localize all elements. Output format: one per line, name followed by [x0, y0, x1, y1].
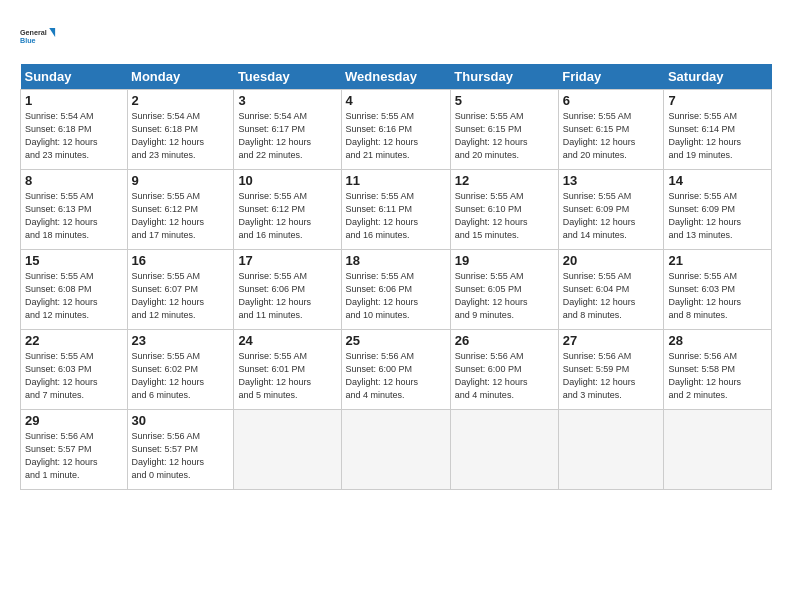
week-row-2: 8Sunrise: 5:55 AM Sunset: 6:13 PM Daylig… — [21, 170, 772, 250]
day-info: Sunrise: 5:55 AM Sunset: 6:06 PM Dayligh… — [238, 270, 336, 322]
day-info: Sunrise: 5:55 AM Sunset: 6:16 PM Dayligh… — [346, 110, 446, 162]
day-cell: 24Sunrise: 5:55 AM Sunset: 6:01 PM Dayli… — [234, 330, 341, 410]
header: GeneralBlue — [20, 18, 772, 54]
day-cell: 25Sunrise: 5:56 AM Sunset: 6:00 PM Dayli… — [341, 330, 450, 410]
day-info: Sunrise: 5:55 AM Sunset: 6:14 PM Dayligh… — [668, 110, 767, 162]
day-number: 1 — [25, 93, 123, 108]
day-cell: 19Sunrise: 5:55 AM Sunset: 6:05 PM Dayli… — [450, 250, 558, 330]
weekday-header-thursday: Thursday — [450, 64, 558, 90]
day-info: Sunrise: 5:56 AM Sunset: 5:57 PM Dayligh… — [132, 430, 230, 482]
day-number: 6 — [563, 93, 660, 108]
day-info: Sunrise: 5:56 AM Sunset: 5:58 PM Dayligh… — [668, 350, 767, 402]
weekday-header-saturday: Saturday — [664, 64, 772, 90]
day-cell: 29Sunrise: 5:56 AM Sunset: 5:57 PM Dayli… — [21, 410, 128, 490]
day-info: Sunrise: 5:55 AM Sunset: 6:09 PM Dayligh… — [563, 190, 660, 242]
day-cell: 21Sunrise: 5:55 AM Sunset: 6:03 PM Dayli… — [664, 250, 772, 330]
day-number: 7 — [668, 93, 767, 108]
day-cell — [664, 410, 772, 490]
day-number: 27 — [563, 333, 660, 348]
day-cell: 9Sunrise: 5:55 AM Sunset: 6:12 PM Daylig… — [127, 170, 234, 250]
day-info: Sunrise: 5:55 AM Sunset: 6:11 PM Dayligh… — [346, 190, 446, 242]
day-info: Sunrise: 5:55 AM Sunset: 6:07 PM Dayligh… — [132, 270, 230, 322]
day-cell: 22Sunrise: 5:55 AM Sunset: 6:03 PM Dayli… — [21, 330, 128, 410]
day-cell: 23Sunrise: 5:55 AM Sunset: 6:02 PM Dayli… — [127, 330, 234, 410]
day-number: 9 — [132, 173, 230, 188]
day-cell: 30Sunrise: 5:56 AM Sunset: 5:57 PM Dayli… — [127, 410, 234, 490]
day-cell: 11Sunrise: 5:55 AM Sunset: 6:11 PM Dayli… — [341, 170, 450, 250]
day-info: Sunrise: 5:55 AM Sunset: 6:15 PM Dayligh… — [563, 110, 660, 162]
svg-marker-2 — [49, 28, 55, 37]
week-row-5: 29Sunrise: 5:56 AM Sunset: 5:57 PM Dayli… — [21, 410, 772, 490]
day-number: 30 — [132, 413, 230, 428]
day-cell: 17Sunrise: 5:55 AM Sunset: 6:06 PM Dayli… — [234, 250, 341, 330]
day-info: Sunrise: 5:56 AM Sunset: 5:57 PM Dayligh… — [25, 430, 123, 482]
day-cell: 8Sunrise: 5:55 AM Sunset: 6:13 PM Daylig… — [21, 170, 128, 250]
week-row-1: 1Sunrise: 5:54 AM Sunset: 6:18 PM Daylig… — [21, 90, 772, 170]
day-cell: 2Sunrise: 5:54 AM Sunset: 6:18 PM Daylig… — [127, 90, 234, 170]
day-number: 21 — [668, 253, 767, 268]
weekday-row: SundayMondayTuesdayWednesdayThursdayFrid… — [21, 64, 772, 90]
day-info: Sunrise: 5:54 AM Sunset: 6:18 PM Dayligh… — [25, 110, 123, 162]
day-number: 11 — [346, 173, 446, 188]
day-info: Sunrise: 5:56 AM Sunset: 6:00 PM Dayligh… — [455, 350, 554, 402]
day-cell: 20Sunrise: 5:55 AM Sunset: 6:04 PM Dayli… — [558, 250, 664, 330]
day-info: Sunrise: 5:55 AM Sunset: 6:04 PM Dayligh… — [563, 270, 660, 322]
day-info: Sunrise: 5:55 AM Sunset: 6:03 PM Dayligh… — [668, 270, 767, 322]
calendar-header: SundayMondayTuesdayWednesdayThursdayFrid… — [21, 64, 772, 90]
day-cell: 15Sunrise: 5:55 AM Sunset: 6:08 PM Dayli… — [21, 250, 128, 330]
day-number: 8 — [25, 173, 123, 188]
day-info: Sunrise: 5:56 AM Sunset: 5:59 PM Dayligh… — [563, 350, 660, 402]
day-number: 2 — [132, 93, 230, 108]
day-cell: 5Sunrise: 5:55 AM Sunset: 6:15 PM Daylig… — [450, 90, 558, 170]
calendar-table: SundayMondayTuesdayWednesdayThursdayFrid… — [20, 64, 772, 490]
day-info: Sunrise: 5:55 AM Sunset: 6:02 PM Dayligh… — [132, 350, 230, 402]
day-info: Sunrise: 5:55 AM Sunset: 6:12 PM Dayligh… — [132, 190, 230, 242]
day-cell — [234, 410, 341, 490]
week-row-3: 15Sunrise: 5:55 AM Sunset: 6:08 PM Dayli… — [21, 250, 772, 330]
day-info: Sunrise: 5:55 AM Sunset: 6:03 PM Dayligh… — [25, 350, 123, 402]
weekday-header-tuesday: Tuesday — [234, 64, 341, 90]
day-number: 20 — [563, 253, 660, 268]
day-number: 26 — [455, 333, 554, 348]
day-info: Sunrise: 5:55 AM Sunset: 6:08 PM Dayligh… — [25, 270, 123, 322]
day-cell: 6Sunrise: 5:55 AM Sunset: 6:15 PM Daylig… — [558, 90, 664, 170]
day-number: 14 — [668, 173, 767, 188]
weekday-header-wednesday: Wednesday — [341, 64, 450, 90]
day-info: Sunrise: 5:55 AM Sunset: 6:05 PM Dayligh… — [455, 270, 554, 322]
day-cell: 1Sunrise: 5:54 AM Sunset: 6:18 PM Daylig… — [21, 90, 128, 170]
day-cell: 27Sunrise: 5:56 AM Sunset: 5:59 PM Dayli… — [558, 330, 664, 410]
day-cell — [450, 410, 558, 490]
day-cell: 28Sunrise: 5:56 AM Sunset: 5:58 PM Dayli… — [664, 330, 772, 410]
day-number: 16 — [132, 253, 230, 268]
day-info: Sunrise: 5:55 AM Sunset: 6:12 PM Dayligh… — [238, 190, 336, 242]
day-info: Sunrise: 5:54 AM Sunset: 6:17 PM Dayligh… — [238, 110, 336, 162]
day-info: Sunrise: 5:56 AM Sunset: 6:00 PM Dayligh… — [346, 350, 446, 402]
day-cell: 13Sunrise: 5:55 AM Sunset: 6:09 PM Dayli… — [558, 170, 664, 250]
day-cell — [341, 410, 450, 490]
day-number: 25 — [346, 333, 446, 348]
day-cell: 18Sunrise: 5:55 AM Sunset: 6:06 PM Dayli… — [341, 250, 450, 330]
day-number: 23 — [132, 333, 230, 348]
day-info: Sunrise: 5:55 AM Sunset: 6:15 PM Dayligh… — [455, 110, 554, 162]
weekday-header-friday: Friday — [558, 64, 664, 90]
day-number: 5 — [455, 93, 554, 108]
day-cell: 14Sunrise: 5:55 AM Sunset: 6:09 PM Dayli… — [664, 170, 772, 250]
day-number: 18 — [346, 253, 446, 268]
calendar-body: 1Sunrise: 5:54 AM Sunset: 6:18 PM Daylig… — [21, 90, 772, 490]
weekday-header-sunday: Sunday — [21, 64, 128, 90]
day-info: Sunrise: 5:55 AM Sunset: 6:06 PM Dayligh… — [346, 270, 446, 322]
day-info: Sunrise: 5:55 AM Sunset: 6:01 PM Dayligh… — [238, 350, 336, 402]
logo-icon: GeneralBlue — [20, 18, 56, 54]
page: GeneralBlue SundayMondayTuesdayWednesday… — [0, 0, 792, 500]
day-cell: 10Sunrise: 5:55 AM Sunset: 6:12 PM Dayli… — [234, 170, 341, 250]
day-number: 22 — [25, 333, 123, 348]
day-number: 4 — [346, 93, 446, 108]
day-cell: 16Sunrise: 5:55 AM Sunset: 6:07 PM Dayli… — [127, 250, 234, 330]
week-row-4: 22Sunrise: 5:55 AM Sunset: 6:03 PM Dayli… — [21, 330, 772, 410]
svg-text:General: General — [20, 28, 47, 37]
weekday-header-monday: Monday — [127, 64, 234, 90]
day-cell: 12Sunrise: 5:55 AM Sunset: 6:10 PM Dayli… — [450, 170, 558, 250]
day-number: 24 — [238, 333, 336, 348]
day-number: 19 — [455, 253, 554, 268]
day-cell: 3Sunrise: 5:54 AM Sunset: 6:17 PM Daylig… — [234, 90, 341, 170]
